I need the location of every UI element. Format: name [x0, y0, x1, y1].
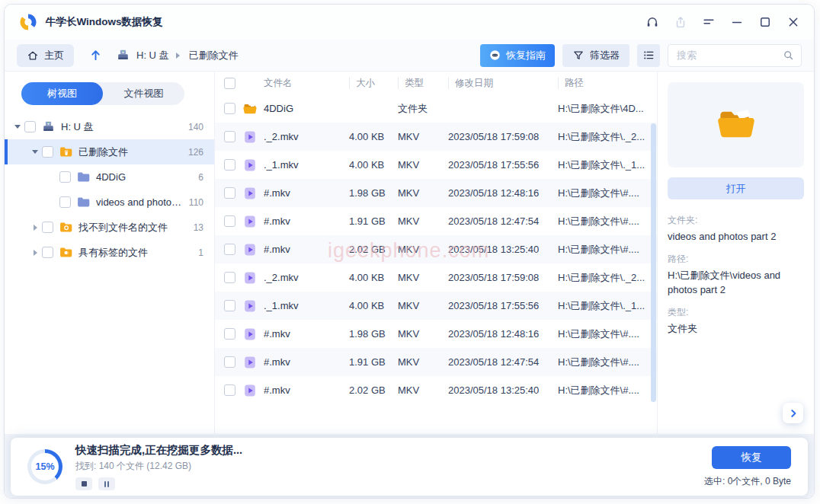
tree-item[interactable]: videos and photos...110 [5, 190, 214, 215]
file-path-cell: H:\已删除文件\4D... [558, 102, 657, 116]
filter-button-label: 筛选器 [590, 49, 620, 62]
tab-tree-view[interactable]: 树视图 [21, 82, 103, 105]
file-date-cell: 2023/05/18 12:47:54 [448, 215, 558, 227]
select-all-checkbox[interactable] [224, 78, 235, 89]
file-path-cell: H:\已删除文件\._1... [558, 299, 657, 313]
file-type-cell: MKV [398, 356, 448, 368]
stop-scan-button[interactable] [75, 477, 92, 490]
row-checkbox[interactable] [224, 384, 235, 396]
column-header-type[interactable]: 类型 [398, 77, 448, 89]
tree-item-count: 110 [189, 197, 203, 208]
row-checkbox[interactable] [224, 187, 235, 199]
close-icon[interactable] [786, 15, 800, 29]
tree-expand-arrow-icon[interactable] [28, 250, 42, 256]
folder-icon [242, 101, 258, 116]
row-checkbox[interactable] [224, 215, 235, 227]
minimize-icon[interactable] [730, 15, 744, 29]
file-table: 文件名 大小 类型 修改日期 路径 4DDiG文件夹H:\已删除文件\4D...… [215, 72, 657, 434]
table-row[interactable]: ._1.mkv4.00 KBMKV2023/05/18 17:55:56H:\已… [215, 292, 657, 320]
recover-button[interactable]: 恢复 [712, 446, 791, 469]
screenshot-stage: 牛学长Windows数据恢复 [0, 0, 820, 504]
maximize-icon[interactable] [758, 15, 772, 29]
table-row[interactable]: #.mkv1.91 GBMKV2023/05/18 12:47:54H:\已删除… [215, 348, 657, 376]
folder-tag-icon [59, 245, 73, 260]
row-checkbox[interactable] [224, 328, 235, 340]
row-checkbox[interactable] [224, 244, 235, 255]
tree-item[interactable]: 找不到文件名的文件13 [5, 215, 214, 240]
menu-icon[interactable] [702, 15, 716, 29]
breadcrumb-folder[interactable]: 已删除文件 [189, 49, 239, 62]
table-row[interactable]: #.mkv1.98 GBMKV2023/05/18 12:48:16H:\已删除… [215, 320, 657, 348]
scan-message: 快速扫描完成,正在挖掘更多数据... [75, 443, 242, 458]
tree-item[interactable]: 具有标签的文件1 [5, 240, 214, 265]
tree-item-checkbox[interactable] [42, 222, 53, 233]
tree-expand-arrow-icon[interactable] [28, 148, 42, 155]
table-row[interactable]: #.mkv1.98 GBMKV2023/05/18 12:48:16H:\已删除… [215, 179, 657, 207]
tree-expand-arrow-icon[interactable] [11, 123, 24, 130]
table-scrollbar[interactable] [651, 123, 656, 402]
navigate-up-icon[interactable] [89, 49, 102, 62]
file-type-cell: MKV [398, 187, 448, 199]
tree-item-checkbox[interactable] [42, 247, 53, 258]
tree-item-checkbox[interactable] [24, 121, 36, 132]
search-icon[interactable] [783, 49, 794, 61]
column-header-path[interactable]: 路径 [558, 77, 657, 89]
breadcrumb-drive[interactable]: H: U 盘 [136, 49, 169, 62]
view-options-button[interactable] [637, 44, 660, 67]
app-window: 牛学长Windows数据恢复 [4, 4, 815, 499]
row-checkbox[interactable] [224, 159, 235, 171]
support-headphones-icon[interactable] [645, 15, 659, 29]
titlebar: 牛学长Windows数据恢复 [5, 5, 814, 40]
row-checkbox[interactable] [224, 300, 235, 311]
tab-file-view[interactable]: 文件视图 [103, 82, 184, 105]
tree-item[interactable]: 4DDiG6 [5, 164, 214, 190]
search-input[interactable] [675, 49, 783, 62]
table-row[interactable]: 4DDiG文件夹H:\已删除文件\4D... [215, 94, 657, 123]
open-button[interactable]: 打开 [668, 177, 804, 199]
table-row[interactable]: ._2.mkv4.00 KBMKV2023/05/18 17:59:08H:\已… [215, 263, 657, 292]
search-box[interactable] [668, 44, 802, 67]
row-checkbox[interactable] [224, 356, 235, 368]
table-row[interactable]: #.mkv1.91 GBMKV2023/05/18 12:47:54H:\已删除… [215, 207, 657, 235]
table-row[interactable]: #.mkv2.02 GBMKV2023/05/18 13:25:40H:\已删除… [215, 376, 657, 404]
folder-blue-icon [76, 195, 91, 209]
row-checkbox[interactable] [224, 103, 235, 114]
filter-button[interactable]: 筛选器 [562, 44, 629, 67]
home-button[interactable]: 主页 [17, 44, 74, 67]
file-type-cell: MKV [398, 131, 448, 142]
recovery-guide-button[interactable]: 恢复指南 [480, 44, 555, 67]
tree-item-checkbox[interactable] [59, 196, 71, 208]
pause-scan-button[interactable] [98, 477, 115, 490]
file-date-cell: 2023/05/18 17:59:08 [448, 131, 558, 142]
scan-progress-ring: 15% [27, 449, 62, 484]
tree-item-label: 具有标签的文件 [78, 246, 194, 260]
file-size-cell: 4.00 KB [349, 131, 398, 142]
tree-item-checkbox[interactable] [59, 171, 71, 183]
row-checkbox[interactable] [224, 272, 235, 283]
next-page-button[interactable] [783, 403, 803, 423]
table-row[interactable]: ._1.mkv4.00 KBMKV2023/05/18 17:55:56H:\已… [215, 151, 657, 179]
scan-found-count: 找到: 140 个文件 (12.42 GB) [75, 460, 242, 473]
column-header-size[interactable]: 大小 [349, 77, 398, 89]
tree-expand-arrow-icon[interactable] [28, 225, 42, 231]
file-date-cell: 2023/05/18 13:25:40 [448, 384, 558, 396]
selection-summary: 选中: 0个文件, 0 Byte [704, 475, 791, 488]
tree-item[interactable]: H: U 盘140 [5, 114, 214, 139]
row-checkbox[interactable] [224, 131, 235, 142]
video-file-icon [242, 242, 258, 257]
tree-item[interactable]: 已删除文件126 [5, 139, 214, 164]
table-row[interactable]: #.mkv2.02 GBMKV2023/05/18 13:25:40H:\已删除… [215, 235, 657, 263]
table-header: 文件名 大小 类型 修改日期 路径 [215, 72, 657, 94]
table-row[interactable]: ._2.mkv4.00 KBMKV2023/05/18 17:59:08H:\已… [215, 123, 657, 151]
tree-item-checkbox[interactable] [42, 146, 53, 158]
open-folder-icon [713, 102, 759, 148]
file-type-cell: MKV [398, 272, 448, 283]
column-header-name[interactable]: 文件名 [264, 77, 349, 90]
tree-item-count: 1 [198, 247, 203, 258]
share-icon[interactable] [674, 15, 687, 29]
file-type-cell: 文件夹 [398, 102, 448, 116]
file-name-cell: ._2.mkv [264, 272, 349, 283]
column-header-date[interactable]: 修改日期 [448, 77, 558, 89]
file-size-cell: 4.00 KB [349, 159, 398, 171]
video-file-icon [242, 186, 258, 201]
